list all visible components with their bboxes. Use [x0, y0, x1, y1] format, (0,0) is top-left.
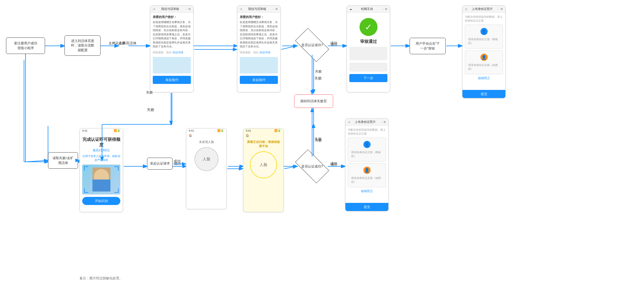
bottom-note: 备注：图片经过脱敏化处理。: [80, 276, 122, 281]
verify-subtitle: 最高10000元: [82, 148, 120, 153]
success2-label: 成功: [174, 161, 181, 166]
face2-icon-row: 🏠: [243, 133, 283, 138]
upload2-back[interactable]: 👤 请添加身份证反面（如图前）: [348, 163, 386, 187]
verify-start-btn[interactable]: 开始识别: [82, 197, 120, 205]
phone1-text: 欢迎使用槽槽互动事情庄务，为了保障您的合法权益，请您必须情阅读，充分份析助业务内…: [153, 20, 191, 49]
phone2-greeting: 亲爱的用户您好：: [240, 15, 278, 19]
upload2-body: 为配合您前段提供的数据，请上传身份证证正面 👤 请添加身份证正面（模板照） 👤 …: [345, 126, 388, 196]
svg-text:失败: 失败: [147, 108, 154, 112]
person-icon4: 👤: [363, 167, 371, 174]
upload1-notice: 为配合您前段提供的数据，请上传身份证证正面: [465, 15, 503, 23]
next-btn-label: 用户手动点击"下 一步"按钮: [416, 41, 440, 51]
upload2-check-btn[interactable]: 核细照正: [348, 189, 386, 193]
face-request-box: 发起认证请求: [147, 158, 173, 170]
step1-box: 进入到活体页面 时，读取分流数 据配置: [65, 35, 101, 56]
phone1-header: ◁ 我信与话审核 ··· ✿: [150, 6, 193, 13]
face2-label: 屏幕正在闪烁，请保持姿势不动: [246, 140, 281, 148]
flowchart-canvas: 新注册用户成功 登陆小程序 进入到活体页面 时，读取分流数 据配置 走腾讯活体 …: [0, 0, 644, 288]
phone1-body: 亲爱的用户您好： 欢迎使用槽槽互动事情庄务，为了保障您的合法权益，请您必须情阅读…: [150, 13, 193, 86]
phone2-btn[interactable]: 发起核付: [240, 76, 278, 84]
phone1-greeting: 亲爱的用户您好：: [153, 15, 191, 19]
next-btn-box: 用户手动点击"下 一步"按钮: [410, 38, 446, 54]
phone1-title: 我信与话审核: [161, 7, 179, 11]
face1-icon-row: 🏠: [186, 133, 226, 138]
phone2-image: [240, 57, 278, 73]
upload2-header: ◁ 上传身份证照片 ··· ✿: [345, 119, 388, 126]
svg-line-25: [281, 46, 296, 49]
face1-label: 未发现人脸: [189, 140, 224, 144]
person-icon2: 👤: [480, 54, 488, 61]
phone2-title: 我信与话审核: [248, 7, 266, 11]
phone1-link: 同意授权，前往 协议详情: [153, 51, 191, 55]
upload2-front[interactable]: 👤 请添加身份证正面（模板照）: [348, 138, 386, 162]
phone1-btn[interactable]: 发起核付: [153, 76, 191, 84]
tencent-header: ☁ 松顾互动 ··· ✿: [347, 6, 390, 13]
phone-face2: 9:41 📶🔋 🏠 屏幕正在闪烁，请保持姿势不动 人脸: [243, 128, 284, 212]
success1-label: 成功: [331, 42, 337, 47]
face-request-label: 发起认证请求: [150, 161, 170, 166]
phone-tencent: ☁ 松顾互动 ··· ✿ ✓ 审核通过 下一步: [347, 5, 390, 92]
upload1-body: 为配合您前段提供的数据，请上传身份证证正面 👤 请添加身份证正面（模板照） 👤 …: [462, 13, 505, 83]
upload2-front-label: 请添加身份证正面（模板照）: [351, 150, 383, 158]
upload1-back-label: 请添加身份证反面（如图前）: [468, 63, 500, 71]
person-icon1: 👤: [480, 28, 488, 35]
check-text: 审核通过: [349, 39, 387, 44]
tencent-placeholder: [349, 47, 387, 60]
upload1-front-label: 请添加身份证正面（模板照）: [468, 37, 500, 45]
step2-label-flow: 走腾讯活体: [109, 41, 125, 46]
upload2-title: 上传身份证照片: [355, 120, 376, 124]
fail3-label: 失败: [315, 138, 322, 143]
phone-verify: 9:41 📶🔋 完成认证即可获得额度 最高10000元 仅用于您本人提室申请，隐…: [80, 128, 123, 212]
svg-line-31: [26, 160, 47, 162]
step1-label: 进入到活体页面 时，读取分流数 据配置: [71, 39, 94, 52]
phone-face1: 9:41 📶🔋 🏠 未发现人脸 人脸: [186, 128, 227, 209]
phone1-image: [153, 57, 191, 73]
upload2-back-label: 请添加身份证反面（如图前）: [351, 176, 383, 184]
tencent-placeholder2: [349, 63, 387, 72]
fail2-label: 失败: [146, 90, 153, 95]
face1-circle: 人脸: [194, 147, 218, 171]
diamond-auth1-text: 是否认证成功?: [301, 43, 323, 47]
tencent-title: 松顾互动: [361, 7, 373, 11]
person-photo: [82, 165, 120, 194]
jump-fail-box: 跳转到活体失败页: [294, 94, 333, 108]
verify-title: 完成认证即可获得额度: [82, 137, 120, 148]
phone2-link: 同意授权，前往 协议详情: [240, 51, 278, 55]
upload2-notice: 为配合您前段提供的数据，请上传身份证证正面: [348, 128, 386, 136]
face1-status: 9:41 📶🔋: [186, 129, 226, 133]
face1-body: 未发现人脸 人脸: [186, 138, 226, 174]
upload1-back[interactable]: 👤 请添加身份证反面（如图前）: [465, 50, 503, 74]
read-fail-label: 读取失败/走旷 视活体: [53, 156, 73, 165]
phone-upload1: ◁ 上传身份证照片 ··· ✿ 为配合您前段提供的数据，请上传身份证证正面 👤 …: [462, 5, 506, 98]
upload1-header: ◁ 上传身份证照片 ··· ✿: [462, 6, 505, 13]
diamond-auth2: 是否认证成功?: [297, 157, 327, 175]
phone2-text: 欢迎使用槽槽互动事情庄务，为了保障您的合法权益，请您必须情阅读，充分份析助业务内…: [240, 20, 278, 49]
phone-mock-1: ◁ 我信与话审核 ··· ✿ 亲爱的用户您好： 欢迎使用槽槽互动事情庄务，为了保…: [150, 5, 194, 92]
upload1-check-btn[interactable]: 核细照正: [465, 76, 503, 80]
diamond-auth1: 是否认证成功?: [297, 36, 327, 54]
svg-text:失败: 失败: [314, 76, 322, 80]
face2-body: 屏幕正在闪烁，请保持姿势不动 人脸: [243, 138, 283, 181]
diamond-auth2-text: 是否认证成功?: [301, 164, 323, 169]
success3-label: 成功: [331, 162, 337, 167]
jump-fail-label: 跳转到活体失败页: [300, 99, 327, 103]
upload1-title: 上传身份证照片: [472, 7, 493, 11]
upload1-submit-btn[interactable]: 提交: [462, 90, 505, 98]
upload1-front[interactable]: 👤 请添加身份证正面（模板照）: [465, 25, 503, 49]
phone2-body: 亲爱的用户您好： 欢迎使用槽槽互动事情庄务，为了保障您的合法权益，请您必须情阅读…: [237, 13, 280, 86]
phone2-header: ◁ 我信与话审核 ··· ✿: [237, 6, 280, 13]
upload2-submit-btn[interactable]: 提交: [345, 203, 388, 211]
phone-mock-2: ◁ 我信与话审核 ··· ✿ 亲爱的用户您好： 欢迎使用槽槽互动事情庄务，为了保…: [237, 5, 281, 92]
person-icon3: 👤: [363, 141, 371, 148]
verify-body: 完成认证即可获得额度 最高10000元 仅用于您本人提室申请，隐私信息严格保密 …: [80, 133, 123, 207]
verify-status: 9:41 📶🔋: [80, 129, 123, 133]
tencent-body: ✓ 审核通过 下一步: [347, 13, 390, 85]
phone-upload2: ◁ 上传身份证照片 ··· ✿ 为配合您前段提供的数据，请上传身份证证正面 👤 …: [345, 118, 389, 211]
tencent-next-btn[interactable]: 下一步: [349, 74, 387, 82]
green-check-icon: ✓: [360, 18, 378, 36]
face2-circle: 人脸: [250, 151, 277, 178]
read-fail-box: 读取失败/走旷 视活体: [48, 152, 78, 169]
verify-link: 仅用于您本人提室申请，隐私信息严格保密: [82, 154, 120, 162]
svg-line-39: [284, 166, 296, 169]
fail1-label: 失败: [315, 69, 322, 74]
